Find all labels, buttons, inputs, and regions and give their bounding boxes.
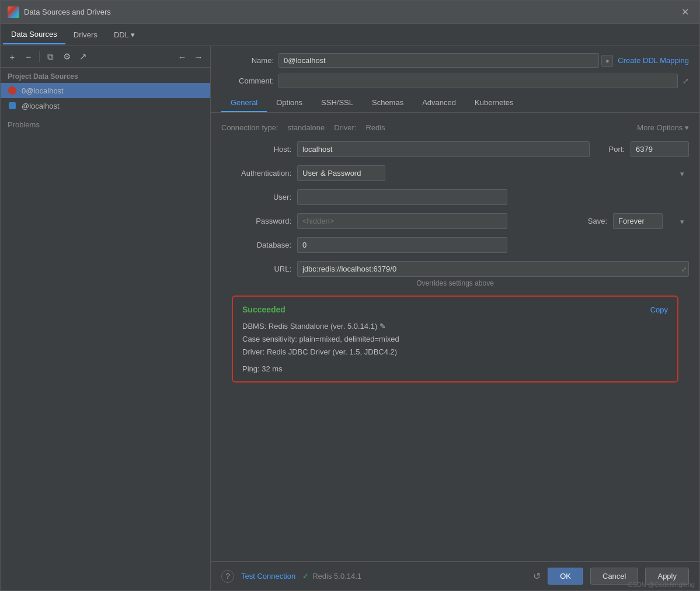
watermark: CSDN @Codefengfeng xyxy=(628,581,695,588)
test-status: ✓ Redis 5.0.14.1 xyxy=(302,572,361,580)
host-port-row: Host: Port: xyxy=(221,141,689,157)
auth-row: Authentication: User & Password None Use… xyxy=(221,165,689,181)
tab-ssh-ssl[interactable]: SSH/SSL xyxy=(312,94,363,112)
driver-info-line: Driver: Redis JDBC Driver (ver. 1.5, JDB… xyxy=(242,346,668,359)
right-panel: Name: ● Create DDL Mapping Comment: ⤢ Ge… xyxy=(211,46,699,590)
url-label: URL: xyxy=(221,265,291,273)
port-input[interactable] xyxy=(631,141,689,157)
main-form: Connection type: standalone Driver: Redi… xyxy=(211,113,699,561)
tab-general[interactable]: General xyxy=(221,94,267,112)
copy-button[interactable]: ⧉ xyxy=(43,50,57,64)
create-ddl-link[interactable]: Create DDL Mapping xyxy=(618,56,689,65)
auth-select[interactable]: User & Password None Username & Password xyxy=(297,165,385,181)
settings-button[interactable]: ⚙ xyxy=(60,50,74,64)
redis-small-icon xyxy=(8,101,17,110)
left-toolbar: + − ⧉ ⚙ ↗ ← → xyxy=(1,46,210,68)
help-button[interactable]: ? xyxy=(221,570,234,583)
copy-button[interactable]: Copy xyxy=(650,305,668,314)
url-expand-icon[interactable]: ⤢ xyxy=(681,265,687,273)
host-label: Host: xyxy=(221,145,291,154)
redis-icon xyxy=(8,86,17,95)
tree-item-at-localhost[interactable]: @localhost xyxy=(1,98,210,113)
tab-data-sources[interactable]: Data Sources xyxy=(3,25,65,44)
dialog-title: Data Sources and Drivers xyxy=(24,8,678,16)
comment-row: Comment: ⤢ xyxy=(221,74,689,88)
conn-type-row: Connection type: standalone Driver: Redi… xyxy=(221,123,689,132)
ddl-dropdown-icon: ▾ xyxy=(131,30,135,39)
toolbar-separator xyxy=(39,51,40,62)
dbms-info-line: DBMS: Redis Standalone (ver. 5.0.14.1) ✎ xyxy=(242,320,668,333)
problems-label: Problems xyxy=(8,120,40,129)
content-area: + − ⧉ ⚙ ↗ ← → Project Data Sources 0@loc… xyxy=(1,46,699,590)
port-label: Port: xyxy=(595,145,625,154)
case-sensitivity-line: Case sensitivity: plain=mixed, delimited… xyxy=(242,333,668,346)
user-input[interactable] xyxy=(297,189,507,205)
conn-type-value[interactable]: standalone xyxy=(288,123,325,132)
password-label: Password: xyxy=(221,217,291,225)
tab-advanced[interactable]: Advanced xyxy=(413,94,465,112)
tree-item-at-localhost-label: @localhost xyxy=(22,102,60,110)
tab-schemas[interactable]: Schemas xyxy=(363,94,413,112)
remove-button[interactable]: − xyxy=(22,50,36,64)
export-button[interactable]: ↗ xyxy=(76,50,90,64)
name-expand-button[interactable]: ● xyxy=(601,55,613,67)
url-input[interactable] xyxy=(297,261,689,277)
url-input-wrap: ⤢ xyxy=(297,261,689,277)
name-label: Name: xyxy=(221,56,274,65)
ok-button[interactable]: OK xyxy=(548,568,583,585)
success-box: Succeeded Copy DBMS: Redis Standalone (v… xyxy=(232,296,678,383)
forward-button[interactable]: → xyxy=(191,50,206,64)
app-icon xyxy=(8,6,19,18)
comment-expand-button[interactable]: ⤢ xyxy=(682,77,689,85)
success-info: DBMS: Redis Standalone (ver. 5.0.14.1) ✎… xyxy=(242,320,668,359)
more-options-link[interactable]: More Options ▾ xyxy=(637,123,689,132)
save-wrap: Save: Forever Until restart Never xyxy=(588,213,689,229)
database-label: Database: xyxy=(221,241,291,249)
top-tab-bar: Data Sources Drivers DDL ▾ xyxy=(1,24,699,46)
driver-label: Driver: xyxy=(334,123,356,132)
auth-select-wrap: User & Password None Username & Password xyxy=(297,165,689,181)
password-input[interactable] xyxy=(297,213,507,229)
ping-text: Ping: 32 ms xyxy=(242,364,668,373)
save-label: Save: xyxy=(588,217,607,225)
problems-section: Problems xyxy=(1,113,210,136)
name-input-wrap: ● xyxy=(278,53,613,68)
test-connection-link[interactable]: Test Connection xyxy=(241,572,295,580)
title-bar: Data Sources and Drivers ✕ xyxy=(1,1,699,24)
config-tabs: General Options SSH/SSL Schemas Advanced… xyxy=(221,94,689,112)
host-input[interactable] xyxy=(297,141,590,157)
add-button[interactable]: + xyxy=(5,50,19,64)
tab-drivers[interactable]: Drivers xyxy=(65,26,106,44)
comment-input[interactable] xyxy=(278,74,678,88)
tab-options[interactable]: Options xyxy=(267,94,312,112)
password-row: Password: Save: Forever Until restart Ne… xyxy=(221,213,689,229)
main-dialog: Data Sources and Drivers ✕ Data Sources … xyxy=(0,0,700,591)
conn-type-label: Connection type: xyxy=(221,123,278,132)
overrides-text: Overrides settings above xyxy=(221,279,689,287)
database-input[interactable] xyxy=(297,237,507,253)
back-button[interactable]: ← xyxy=(175,50,189,64)
driver-value[interactable]: Redis xyxy=(365,123,385,132)
succeeded-label: Succeeded xyxy=(242,305,285,314)
user-row: User: xyxy=(221,189,689,205)
refresh-icon[interactable]: ↺ xyxy=(533,571,541,582)
right-top-form: Name: ● Create DDL Mapping Comment: ⤢ Ge… xyxy=(211,46,699,113)
name-row: Name: ● Create DDL Mapping xyxy=(221,53,689,68)
tree-item-0-localhost[interactable]: 0@localhost xyxy=(1,83,210,98)
success-header: Succeeded Copy xyxy=(242,305,668,314)
test-status-text: Redis 5.0.14.1 xyxy=(312,572,361,580)
database-row: Database: xyxy=(221,237,689,253)
user-label: User: xyxy=(221,193,291,201)
project-data-sources-header: Project Data Sources xyxy=(1,68,210,83)
comment-label: Comment: xyxy=(221,77,274,85)
tree-item-0-localhost-label: 0@localhost xyxy=(22,86,64,95)
tab-ddl[interactable]: DDL ▾ xyxy=(106,26,143,44)
tab-kubernetes[interactable]: Kubernetes xyxy=(465,94,523,112)
bottom-bar: ? Test Connection ✓ Redis 5.0.14.1 ↺ OK … xyxy=(211,561,699,590)
left-panel: + − ⧉ ⚙ ↗ ← → Project Data Sources 0@loc… xyxy=(1,46,211,590)
name-input[interactable] xyxy=(278,53,599,68)
check-icon: ✓ xyxy=(302,572,309,580)
close-button[interactable]: ✕ xyxy=(678,5,692,19)
save-select[interactable]: Forever Until restart Never xyxy=(613,213,663,229)
save-select-wrap: Forever Until restart Never xyxy=(613,213,689,229)
